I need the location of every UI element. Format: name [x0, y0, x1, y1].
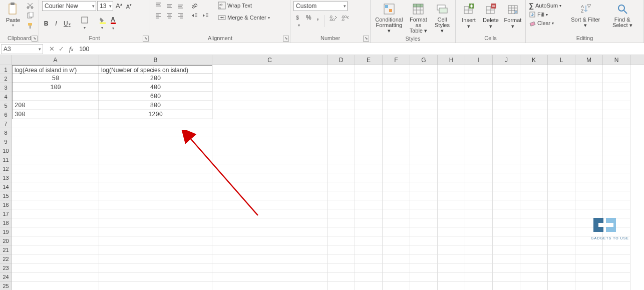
cell-G22[interactable]	[410, 254, 438, 263]
cell-C4[interactable]	[212, 92, 328, 101]
column-header-M[interactable]: M	[575, 55, 603, 65]
cell-B22[interactable]	[99, 254, 212, 263]
cell-E10[interactable]	[355, 146, 383, 155]
paste-button[interactable]: Paste ▾	[3, 1, 23, 29]
cell-A17[interactable]	[12, 209, 99, 218]
cell-I13[interactable]	[465, 173, 493, 182]
clear-button[interactable]: Clear▾	[529, 19, 561, 27]
cell-E25[interactable]	[355, 281, 383, 290]
row-header-11[interactable]: 11	[0, 155, 12, 164]
cell-D10[interactable]	[328, 146, 355, 155]
cell-H23[interactable]	[438, 263, 465, 272]
find-select-button[interactable]: Find & Select ▾	[604, 1, 640, 29]
cell-H9[interactable]	[438, 137, 465, 146]
cell-G11[interactable]	[410, 155, 438, 164]
cell-E3[interactable]	[355, 83, 383, 92]
row-header-14[interactable]: 14	[0, 182, 12, 191]
cell-D9[interactable]	[328, 137, 355, 146]
cell-A14[interactable]	[12, 182, 99, 191]
cell-N5[interactable]	[603, 101, 630, 110]
cell-C10[interactable]	[212, 146, 328, 155]
cell-F22[interactable]	[383, 254, 410, 263]
cell-J11[interactable]	[493, 155, 520, 164]
cell-A4[interactable]	[12, 92, 99, 101]
cell-D15[interactable]	[328, 191, 355, 200]
cell-G24[interactable]	[410, 272, 438, 281]
cell-K12[interactable]	[520, 164, 548, 173]
cell-B12[interactable]	[99, 164, 212, 173]
cell-K25[interactable]	[520, 281, 548, 290]
cell-L23[interactable]	[548, 263, 575, 272]
cell-M24[interactable]	[575, 272, 603, 281]
cell-I6[interactable]	[465, 110, 493, 119]
cell-K1[interactable]	[520, 65, 548, 74]
cell-L22[interactable]	[548, 254, 575, 263]
fill-button[interactable]: Fill▾	[529, 11, 561, 19]
cell-I1[interactable]	[465, 65, 493, 74]
italic-button[interactable]: I	[52, 19, 60, 28]
column-header-C[interactable]: C	[212, 55, 328, 65]
cell-N2[interactable]	[603, 74, 630, 83]
cell-C6[interactable]	[212, 110, 328, 119]
cell-G23[interactable]	[410, 263, 438, 272]
cell-D6[interactable]	[328, 110, 355, 119]
cell-N22[interactable]	[603, 254, 630, 263]
merge-center-button[interactable]: Merge & Center ▾	[218, 13, 270, 22]
cell-K18[interactable]	[520, 218, 548, 227]
cell-J15[interactable]	[493, 191, 520, 200]
cell-D16[interactable]	[328, 200, 355, 209]
decrease-indent-button[interactable]	[189, 11, 199, 20]
grow-font-button[interactable]: A▴	[114, 1, 124, 11]
cell-E24[interactable]	[355, 272, 383, 281]
cell-G8[interactable]	[410, 128, 438, 137]
cell-M14[interactable]	[575, 182, 603, 191]
cell-B8[interactable]	[99, 128, 212, 137]
cell-H6[interactable]	[438, 110, 465, 119]
cell-J25[interactable]	[493, 281, 520, 290]
row-header-19[interactable]: 19	[0, 227, 12, 236]
cell-F1[interactable]	[383, 65, 410, 74]
cell-D1[interactable]	[328, 65, 355, 74]
cell-I10[interactable]	[465, 146, 493, 155]
cell-N25[interactable]	[603, 281, 630, 290]
row-header-1[interactable]: 1	[0, 65, 12, 74]
cell-M8[interactable]	[575, 128, 603, 137]
cell-G1[interactable]	[410, 65, 438, 74]
cell-D19[interactable]	[328, 227, 355, 236]
cell-I12[interactable]	[465, 164, 493, 173]
cell-K14[interactable]	[520, 182, 548, 191]
cell-I17[interactable]	[465, 209, 493, 218]
select-all-corner[interactable]	[0, 55, 12, 65]
cell-N8[interactable]	[603, 128, 630, 137]
cell-A13[interactable]	[12, 173, 99, 182]
cell-F20[interactable]	[383, 236, 410, 245]
cell-N16[interactable]	[603, 200, 630, 209]
cell-E18[interactable]	[355, 218, 383, 227]
cell-J4[interactable]	[493, 92, 520, 101]
cell-M9[interactable]	[575, 137, 603, 146]
cell-N21[interactable]	[603, 245, 630, 254]
cell-J7[interactable]	[493, 119, 520, 128]
alignment-dialog-launcher[interactable]: ⬊	[283, 36, 289, 42]
column-header-H[interactable]: H	[438, 55, 465, 65]
cell-D12[interactable]	[328, 164, 355, 173]
column-header-A[interactable]: A	[12, 55, 99, 65]
cell-B25[interactable]	[99, 281, 212, 290]
cell-M12[interactable]	[575, 164, 603, 173]
row-header-13[interactable]: 13	[0, 173, 12, 182]
row-header-15[interactable]: 15	[0, 191, 12, 200]
cell-A16[interactable]	[12, 200, 99, 209]
cell-J24[interactable]	[493, 272, 520, 281]
cancel-formula-button[interactable]: ✕	[49, 45, 55, 53]
cell-E12[interactable]	[355, 164, 383, 173]
cell-N24[interactable]	[603, 272, 630, 281]
cell-F9[interactable]	[383, 137, 410, 146]
cell-G15[interactable]	[410, 191, 438, 200]
cell-K19[interactable]	[520, 227, 548, 236]
cell-F17[interactable]	[383, 209, 410, 218]
cell-C22[interactable]	[212, 254, 328, 263]
cell-J20[interactable]	[493, 236, 520, 245]
cell-A19[interactable]	[12, 227, 99, 236]
cell-C17[interactable]	[212, 209, 328, 218]
cell-G14[interactable]	[410, 182, 438, 191]
